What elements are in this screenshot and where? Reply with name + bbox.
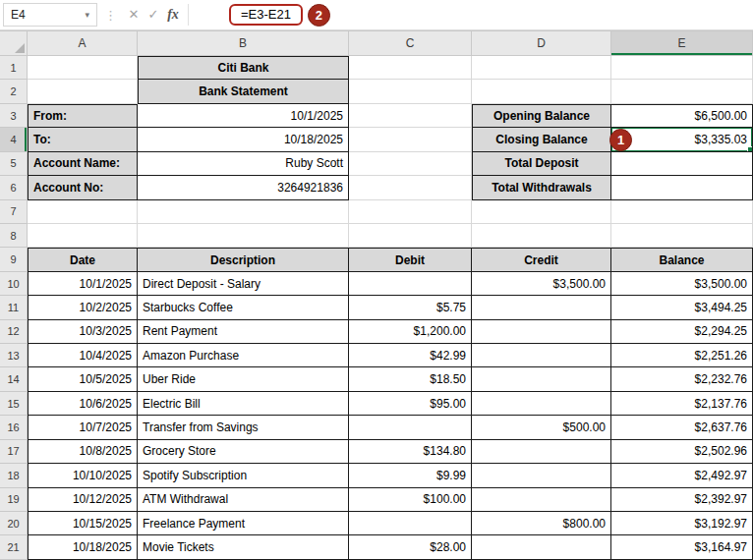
cell-B12[interactable]: Rent Payment: [138, 320, 349, 344]
row-header-7[interactable]: 7: [0, 200, 28, 224]
cell-E18[interactable]: $2,492.97: [611, 464, 753, 487]
cell-E16[interactable]: $2,637.76: [611, 416, 753, 439]
cell-D12[interactable]: [472, 320, 611, 344]
cell-D16[interactable]: $500.00: [472, 416, 611, 439]
cell-D7[interactable]: [472, 200, 611, 224]
cell-C4[interactable]: [349, 128, 472, 151]
cell-D13[interactable]: [472, 344, 611, 367]
cell-C15[interactable]: $95.00: [349, 392, 472, 416]
cell-C11[interactable]: $5.75: [349, 296, 472, 319]
cell-D11[interactable]: [472, 296, 611, 319]
column-header-B[interactable]: B: [138, 30, 349, 56]
cell-E11[interactable]: $3,494.25: [611, 296, 753, 319]
cell-E6[interactable]: [611, 176, 753, 199]
cell-D21[interactable]: [472, 535, 611, 559]
cell-E12[interactable]: $2,294.25: [611, 320, 753, 344]
cell-D6[interactable]: Total Withdrawals: [472, 176, 611, 199]
row-header-4[interactable]: 4: [0, 128, 28, 151]
cell-A14[interactable]: 10/5/2025: [28, 367, 138, 391]
row-header-12[interactable]: 12: [0, 320, 28, 344]
cell-E17[interactable]: $2,502.96: [611, 440, 753, 464]
cell-E10[interactable]: $3,500.00: [611, 272, 753, 296]
cell-C3[interactable]: [349, 104, 472, 128]
column-header-D[interactable]: D: [472, 30, 611, 56]
cell-A9[interactable]: Date: [28, 248, 138, 271]
cell-C7[interactable]: [349, 200, 472, 224]
cell-E20[interactable]: $3,192.97: [611, 512, 753, 535]
cell-A3[interactable]: From:: [28, 104, 138, 128]
cell-B21[interactable]: Movie Tickets: [138, 535, 349, 559]
cell-B8[interactable]: [138, 224, 349, 248]
row-header-11[interactable]: 11: [0, 296, 28, 319]
cell-E1[interactable]: [611, 56, 753, 80]
row-header-21[interactable]: 21: [0, 535, 28, 559]
cell-B7[interactable]: [138, 200, 349, 224]
row-header-1[interactable]: 1: [0, 56, 28, 80]
cell-A6[interactable]: Account No:: [28, 176, 138, 199]
row-header-10[interactable]: 10: [0, 272, 28, 296]
cell-E15[interactable]: $2,137.76: [611, 392, 753, 416]
cell-B20[interactable]: Freelance Payment: [138, 512, 349, 535]
cell-C17[interactable]: $134.80: [349, 440, 472, 464]
select-all-corner[interactable]: [0, 30, 28, 56]
cell-E19[interactable]: $2,392.97: [611, 488, 753, 512]
cell-C2[interactable]: [349, 80, 472, 103]
cell-C5[interactable]: [349, 152, 472, 176]
cell-B18[interactable]: Spotify Subscription: [138, 464, 349, 487]
chevron-down-icon[interactable]: ▾: [85, 10, 89, 20]
cell-A12[interactable]: 10/3/2025: [28, 320, 138, 344]
cell-B19[interactable]: ATM Withdrawal: [138, 488, 349, 512]
cell-D10[interactable]: $3,500.00: [472, 272, 611, 296]
cell-A15[interactable]: 10/6/2025: [28, 392, 138, 416]
cell-E8[interactable]: [611, 224, 753, 248]
cell-B13[interactable]: Amazon Purchase: [138, 344, 349, 367]
cell-D4[interactable]: Closing Balance: [472, 128, 611, 151]
cell-D3[interactable]: Opening Balance: [472, 104, 611, 128]
enter-icon[interactable]: ✓: [144, 3, 163, 27]
cell-A16[interactable]: 10/7/2025: [28, 416, 138, 439]
cell-A17[interactable]: 10/8/2025: [28, 440, 138, 464]
cell-A2[interactable]: [28, 80, 138, 103]
row-header-14[interactable]: 14: [0, 367, 28, 391]
cell-D9[interactable]: Credit: [472, 248, 611, 271]
cell-D17[interactable]: [472, 440, 611, 464]
cell-A10[interactable]: 10/1/2025: [28, 272, 138, 296]
column-header-A[interactable]: A: [28, 30, 138, 56]
cell-E7[interactable]: [611, 200, 753, 224]
formula-input[interactable]: =E3-E21 2: [194, 0, 753, 29]
row-header-3[interactable]: 3: [0, 104, 28, 128]
cell-C8[interactable]: [349, 224, 472, 248]
row-header-13[interactable]: 13: [0, 344, 28, 367]
cell-C19[interactable]: $100.00: [349, 488, 472, 512]
row-header-20[interactable]: 20: [0, 512, 28, 535]
cell-D14[interactable]: [472, 367, 611, 391]
cancel-icon[interactable]: ✕: [124, 3, 144, 27]
cell-B4[interactable]: 10/18/2025: [138, 128, 349, 151]
cell-A11[interactable]: 10/2/2025: [28, 296, 138, 319]
row-header-18[interactable]: 18: [0, 464, 28, 487]
cell-E14[interactable]: $2,232.76: [611, 367, 753, 391]
cell-A8[interactable]: [28, 224, 138, 248]
cell-E3[interactable]: $6,500.00: [611, 104, 753, 128]
cell-E4[interactable]: $3,335.03: [611, 128, 753, 151]
row-header-19[interactable]: 19: [0, 488, 28, 512]
cell-C20[interactable]: [349, 512, 472, 535]
cell-E9[interactable]: Balance: [611, 248, 753, 271]
cell-A19[interactable]: 10/12/2025: [28, 488, 138, 512]
cell-E13[interactable]: $2,251.26: [611, 344, 753, 367]
cell-D2[interactable]: [472, 80, 611, 103]
cell-B2[interactable]: Bank Statement: [138, 80, 349, 103]
cell-A13[interactable]: 10/4/2025: [28, 344, 138, 367]
cell-C14[interactable]: $18.50: [349, 367, 472, 391]
cell-C16[interactable]: [349, 416, 472, 439]
cell-C10[interactable]: [349, 272, 472, 296]
cell-B11[interactable]: Starbucks Coffee: [138, 296, 349, 319]
row-header-6[interactable]: 6: [0, 176, 28, 199]
cell-A18[interactable]: 10/10/2025: [28, 464, 138, 487]
cell-A20[interactable]: 10/15/2025: [28, 512, 138, 535]
cell-C13[interactable]: $42.99: [349, 344, 472, 367]
cell-B3[interactable]: 10/1/2025: [138, 104, 349, 128]
row-header-9[interactable]: 9: [0, 248, 28, 271]
cell-C1[interactable]: [349, 56, 472, 80]
cell-C6[interactable]: [349, 176, 472, 199]
